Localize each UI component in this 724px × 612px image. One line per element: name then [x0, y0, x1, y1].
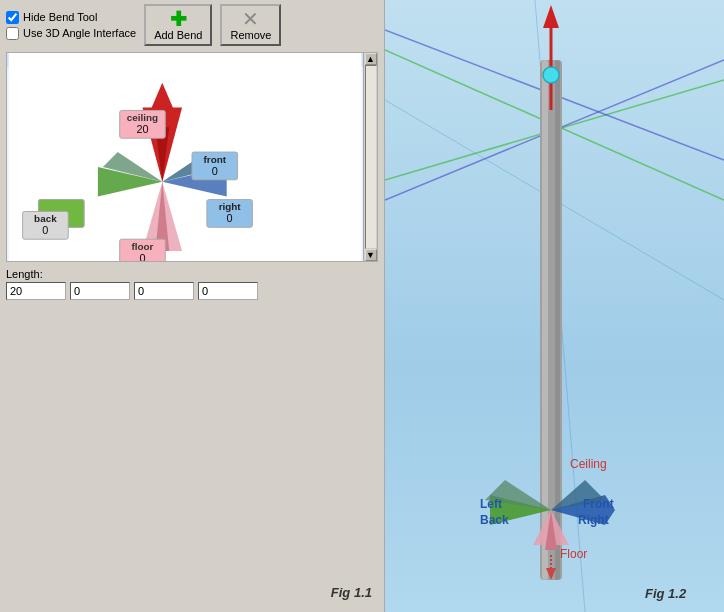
toolbar: Hide Bend Tool Use 3D Angle Interface ✚ … [0, 0, 384, 50]
add-bend-button[interactable]: ✚ Add Bend [144, 4, 212, 46]
length-row: Length: [0, 264, 384, 304]
length-input-2[interactable] [70, 282, 130, 300]
scroll-up-arrow[interactable]: ▲ [365, 53, 377, 65]
back-3d-label: Back [480, 513, 509, 527]
svg-text:back: back [34, 213, 57, 224]
svg-text:0: 0 [42, 224, 48, 236]
svg-text:floor: floor [131, 241, 153, 252]
length-input-4[interactable] [198, 282, 258, 300]
hide-bend-tool-checkbox[interactable] [6, 11, 19, 24]
add-bend-label: Add Bend [154, 29, 202, 41]
fig-1-1-label: Fig 1.1 [331, 585, 372, 600]
scroll-down-arrow[interactable]: ▼ [365, 249, 377, 261]
svg-text:0: 0 [227, 212, 233, 224]
diagram-svg: ceiling 20 floor 0 left 0 right 0 front … [7, 53, 377, 261]
scroll-track[interactable] [365, 65, 377, 249]
remove-button[interactable]: ✕ Remove [220, 4, 281, 46]
viewport-svg: Ceiling Left Front Back Right Floor Fig … [385, 0, 724, 612]
bend-list-container: End ceiling [6, 52, 378, 262]
use-3d-angle-label: Use 3D Angle Interface [23, 27, 136, 39]
hide-bend-tool-label: Hide Bend Tool [23, 11, 97, 23]
svg-text:20: 20 [136, 123, 148, 135]
hide-bend-tool-row[interactable]: Hide Bend Tool [6, 11, 136, 24]
svg-text:right: right [219, 201, 242, 212]
length-input-3[interactable] [134, 282, 194, 300]
floor-3d-label: Floor [560, 547, 587, 561]
svg-text:front: front [204, 154, 227, 165]
svg-rect-38 [555, 60, 560, 580]
left-3d-label: Left [480, 497, 502, 511]
remove-icon: ✕ [242, 9, 259, 29]
svg-text:0: 0 [139, 252, 145, 261]
use-3d-angle-row[interactable]: Use 3D Angle Interface [6, 27, 136, 40]
remove-label: Remove [230, 29, 271, 41]
length-input-1[interactable] [6, 282, 66, 300]
right-panel: Ceiling Left Front Back Right Floor Fig … [385, 0, 724, 612]
svg-point-41 [543, 67, 559, 83]
front-3d-label: Front [583, 497, 614, 511]
use-3d-angle-checkbox[interactable] [6, 27, 19, 40]
svg-rect-37 [542, 60, 548, 580]
svg-text:ceiling: ceiling [127, 112, 158, 123]
length-inputs [6, 282, 378, 300]
length-label: Length: [6, 268, 378, 280]
left-panel: Hide Bend Tool Use 3D Angle Interface ✚ … [0, 0, 385, 612]
checkbox-group: Hide Bend Tool Use 3D Angle Interface [6, 11, 136, 40]
add-icon: ✚ [170, 9, 187, 29]
right-3d-label: Right [578, 513, 609, 527]
ceiling-3d-label: Ceiling [570, 457, 607, 471]
scrollbar[interactable]: ▲ ▼ [363, 53, 377, 261]
svg-text:0: 0 [212, 165, 218, 177]
fig-1-2-label: Fig 1.2 [645, 586, 687, 601]
